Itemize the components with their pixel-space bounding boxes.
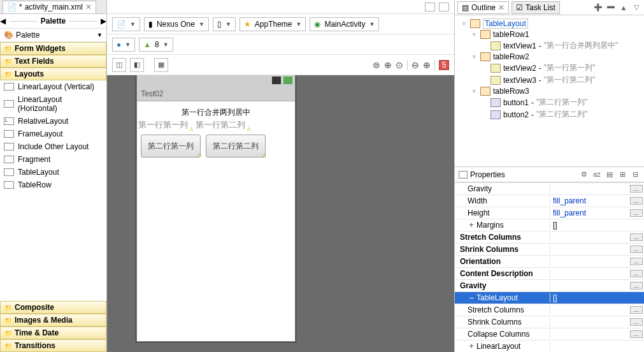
tab-task-list[interactable]: ☑Task List	[512, 1, 560, 14]
orientation-combo[interactable]: ▯▼	[213, 17, 236, 31]
node-tablerow1[interactable]: ▿tableRow1	[460, 29, 644, 40]
more-button[interactable]: …	[630, 318, 643, 326]
more-button[interactable]: …	[630, 306, 643, 314]
toggle-grid-button[interactable]: ▦	[154, 58, 168, 72]
textview1-preview[interactable]: 第一行合并两列居中	[137, 101, 295, 119]
view-menu-icon[interactable]: ▽	[631, 3, 641, 13]
config-toolbar: 📄▼ ▮Nexus One▼ ▯▼ ★AppTheme▼ ◉MainActivi…	[107, 14, 454, 34]
dropdown-icon[interactable]: ▼	[97, 32, 103, 38]
minimize-button[interactable]	[425, 3, 435, 11]
node-textview2[interactable]: textView2 - "第一行第一列"	[460, 62, 644, 74]
more-button[interactable]: …	[630, 233, 643, 241]
textview3-preview[interactable]: 第一行第二列	[196, 119, 245, 131]
collapse-icon[interactable]: ⊟	[630, 170, 640, 180]
design-canvas[interactable]: Test02 第一行合并两列居中 第一行第一列 第一行第二列 第二行第一列 第二…	[107, 75, 454, 352]
zoom-in-icon[interactable]: ⊕	[423, 60, 431, 70]
group-transitions[interactable]: 📁Transitions	[0, 339, 106, 352]
group-images-media[interactable]: 📁Images & Media	[0, 314, 106, 326]
toggle-states-button[interactable]: ◧	[130, 58, 144, 72]
node-textview1[interactable]: textView1 - "第一行合并两列居中"	[460, 40, 644, 52]
item-relativelayout[interactable]: RelativeLayout	[0, 115, 106, 128]
close-icon[interactable]: ✕	[85, 3, 92, 11]
zoom-fit-icon[interactable]: ⊜	[373, 60, 380, 70]
button2-preview[interactable]: 第二行第二列	[206, 135, 266, 158]
group-text-fields[interactable]: 📁Text Fields	[0, 55, 106, 68]
device-combo[interactable]: ▮Nexus One▼	[144, 17, 209, 31]
item-include-layout[interactable]: Include Other Layout	[0, 140, 106, 153]
prop-gravity[interactable]: Gravity…	[455, 183, 644, 195]
more-button[interactable]: …	[630, 270, 643, 277]
prop-orientation[interactable]: Orientation…	[455, 256, 644, 268]
zoom-out-icon[interactable]: ⊖	[411, 60, 419, 70]
item-linearlayout-horizontal[interactable]: LinearLayout (Horizontal)	[0, 93, 106, 115]
tab-outline[interactable]: ▤Outline✕	[457, 1, 509, 14]
activity-combo[interactable]: ◉MainActivity▼	[310, 17, 379, 31]
node-tablerow3[interactable]: ▿tableRow3	[460, 86, 644, 96]
node-label[interactable]: TableLayout	[483, 18, 528, 29]
group-composite[interactable]: 📁Composite	[0, 301, 106, 314]
prop-gravity2[interactable]: Gravity…	[455, 280, 644, 292]
expand-icon[interactable]: +	[468, 342, 475, 351]
outline-up-button[interactable]: ▲	[619, 3, 629, 13]
close-icon[interactable]: ✕	[498, 3, 504, 12]
group-time-date[interactable]: 📁Time & Date	[0, 326, 106, 339]
more-button[interactable]: …	[630, 185, 643, 193]
sort-az-icon[interactable]: aᴢ	[592, 170, 602, 180]
textview2-preview[interactable]: 第一行第一列	[138, 119, 188, 131]
prop-tl-stretch[interactable]: Stretch Columns…	[455, 304, 644, 316]
prop-width[interactable]: Widthfill_parent…	[455, 195, 644, 207]
item-tablerow[interactable]: TableRow	[0, 179, 106, 191]
node-button1[interactable]: button1 - "第二行第一列"	[460, 96, 644, 108]
item-fragment[interactable]: Fragment	[0, 153, 106, 166]
chevron-right-icon[interactable]: ▶	[101, 17, 106, 26]
expand-icon[interactable]: ⊞	[617, 170, 627, 180]
collapse-icon[interactable]: ▿	[470, 31, 478, 38]
outline-add-button[interactable]: ➕	[593, 3, 603, 13]
theme-combo[interactable]: ★AppTheme▼	[240, 17, 306, 31]
node-tablelayout[interactable]: ▿TableLayout	[460, 18, 644, 29]
node-textview3[interactable]: textView3 - "第一行第二列"	[460, 74, 644, 86]
zoom-100-icon[interactable]: ⊙	[396, 60, 403, 70]
more-button[interactable]: …	[630, 246, 643, 253]
render-target-combo[interactable]: 📄▼	[112, 17, 140, 31]
collapse-icon[interactable]: −	[468, 293, 475, 302]
more-button[interactable]: …	[630, 209, 643, 217]
item-linearlayout-vertical[interactable]: LinearLayout (Vertical)	[0, 80, 106, 93]
show-advanced-icon[interactable]: ▤	[605, 170, 615, 180]
prop-tl-collapse[interactable]: Collapse Columns…	[455, 328, 644, 341]
item-framelayout[interactable]: FrameLayout	[0, 128, 106, 140]
collapse-icon[interactable]: ▿	[470, 54, 478, 60]
collapse-icon[interactable]: ▿	[460, 20, 468, 27]
node-button2[interactable]: button2 - "第二行第二列"	[460, 108, 644, 121]
locale-combo[interactable]: ●▼	[112, 38, 135, 52]
zoom-reset-icon[interactable]: ⊕	[384, 60, 392, 70]
maximize-button[interactable]	[439, 3, 449, 11]
expand-icon[interactable]: +	[468, 221, 475, 230]
prop-group-linearlayout[interactable]: +LinearLayout	[455, 341, 644, 352]
editor-tab-activity-main[interactable]: 📄 *activity_main.xml ✕	[3, 1, 96, 13]
more-button[interactable]: …	[630, 330, 643, 338]
prop-stretch-columns[interactable]: Stretch Columns…	[455, 231, 644, 244]
button1-preview[interactable]: 第二行第一列	[141, 135, 201, 158]
more-button[interactable]: …	[630, 282, 643, 290]
properties-title: Properties	[470, 170, 505, 179]
group-form-widgets[interactable]: 📁Form Widgets	[0, 42, 106, 55]
node-tablerow2[interactable]: ▿tableRow2	[460, 52, 644, 62]
prop-content-description[interactable]: Content Description…	[455, 268, 644, 280]
prop-shrink-columns[interactable]: Shrink Columns…	[455, 244, 644, 256]
more-button[interactable]: …	[630, 258, 643, 265]
prop-margins[interactable]: +Margins[]	[455, 219, 644, 231]
api-level-combo[interactable]: ▲8▼	[139, 38, 173, 52]
more-button[interactable]: …	[630, 197, 643, 205]
prop-group-tablelayout[interactable]: −TableLayout[]	[455, 292, 644, 304]
item-tablelayout[interactable]: TableLayout	[0, 166, 106, 179]
lint-warnings-badge[interactable]: 5	[439, 60, 449, 70]
toggle-viewport-button[interactable]: ◫	[112, 58, 126, 72]
prop-height[interactable]: Heightfill_parent…	[455, 207, 644, 219]
collapse-icon[interactable]: ▿	[470, 88, 478, 94]
outline-remove-button[interactable]: ➖	[606, 3, 616, 13]
filter-icon[interactable]: ⚙	[579, 170, 589, 180]
prop-tl-shrink[interactable]: Shrink Columns…	[455, 316, 644, 328]
group-layouts[interactable]: 📁Layouts	[0, 68, 106, 80]
chevron-left-icon[interactable]: ◀	[0, 17, 6, 26]
